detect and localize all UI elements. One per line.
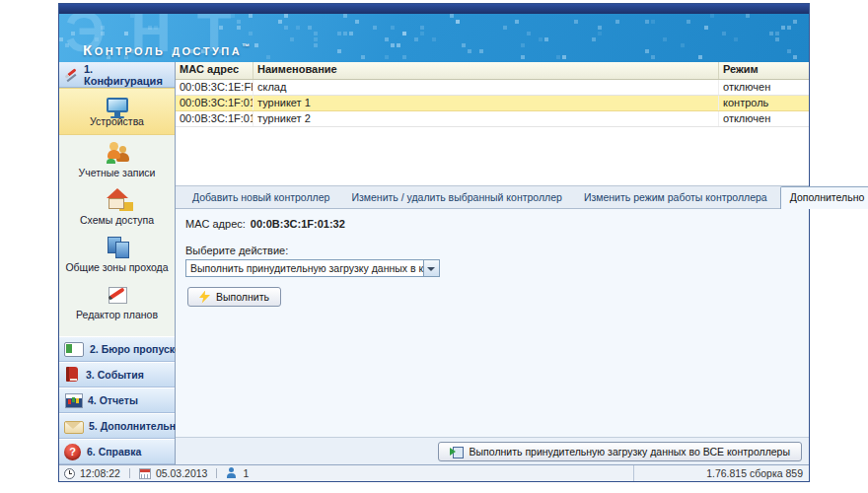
- chart-icon: [64, 392, 82, 408]
- sidebar-item-label: Схемы доступа: [80, 214, 154, 226]
- name-cell: турникет 1: [253, 96, 719, 110]
- sidebar-section-help[interactable]: 6. Справка: [59, 439, 175, 464]
- sidebar-section-events[interactable]: 3. События: [59, 362, 175, 387]
- sidebar-item-label: Общие зоны прохода: [65, 261, 168, 273]
- name-cell: турникет 2: [253, 111, 719, 126]
- mode-cell: контроль: [719, 96, 809, 110]
- mode-cell: отключен: [719, 80, 809, 95]
- chevron-down-icon[interactable]: [423, 260, 439, 276]
- tab-additional[interactable]: Дополнительно: [780, 186, 868, 209]
- tab-edit-delete-controller[interactable]: Изменить / удалить выбранный контроллер: [342, 187, 570, 208]
- clock-icon: [64, 468, 75, 479]
- mac-address-line: MAC адрес:00:0B:3C:1F:01:32: [185, 218, 809, 230]
- sidebar-section-reports[interactable]: 4. Отчеты: [59, 387, 175, 413]
- sidebar-section-label: 1. Конфигурация: [84, 63, 171, 87]
- tab-panel-additional: MAC адрес:00:0B:3C:1F:01:32 Выберите дей…: [176, 209, 809, 464]
- tab-bar: Добавить новый контроллер Изменить / уда…: [176, 186, 809, 209]
- app-title: Контроль доступа™: [83, 41, 250, 58]
- mac-cell: 00:0B:3C:1F:01:1A: [176, 111, 253, 126]
- monitor-icon: [107, 98, 128, 112]
- sidebar-section-configuration[interactable]: 1. Конфигурация: [59, 62, 175, 88]
- execute-button[interactable]: Выполнить: [187, 287, 281, 307]
- mac-address-label: MAC адрес:: [185, 218, 246, 230]
- sidebar-section-label: 3. События: [86, 369, 144, 381]
- column-header-mode[interactable]: Режим: [719, 62, 809, 79]
- zones-icon: [105, 235, 130, 258]
- sidebar-item-plan-editor[interactable]: Редактор планов: [59, 277, 175, 324]
- status-bar: 12:08:22 05.03.2013 1 1.76.815 сборка 85…: [59, 464, 809, 481]
- table-row[interactable]: 00:0B:3C:1E:FB:F8 склад отключен: [176, 80, 809, 96]
- table-row[interactable]: 00:0B:3C:1F:01:1A турникет 2 отключен: [176, 111, 809, 127]
- action-select-label: Выберите действие:: [185, 245, 809, 256]
- sidebar-section-label: 5. Дополнительно: [89, 420, 182, 432]
- panel-empty-area: [176, 307, 809, 437]
- status-user-count: 1: [243, 467, 249, 479]
- window-body: 1. Конфигурация Устройства Учетные запис…: [59, 62, 809, 464]
- tools-icon: [63, 67, 79, 82]
- envelope-icon: [64, 419, 83, 434]
- sidebar-item-devices[interactable]: Устройства: [59, 88, 175, 135]
- execute-all-button[interactable]: Выполнить принудительную загрузку данных…: [438, 442, 802, 461]
- book-icon: [64, 367, 80, 383]
- status-version: 1.76.815 сборка 859: [633, 465, 809, 481]
- status-separator: [216, 468, 217, 478]
- column-header-name[interactable]: Наименование: [253, 62, 719, 79]
- table-row-selected[interactable]: 00:0B:3C:1F:01:32 турникет 1 контроль: [176, 96, 809, 111]
- sidebar-section-label: 6. Справка: [87, 446, 141, 458]
- status-separator: [129, 468, 130, 478]
- sidebar-section-passes[interactable]: 2. Бюро пропусков: [59, 336, 175, 362]
- mac-cell: 00:0B:3C:1F:01:32: [176, 96, 253, 110]
- name-cell: склад: [253, 80, 719, 95]
- sidebar-collapsed-sections: 2. Бюро пропусков 3. События 4. Отчеты 5…: [59, 336, 175, 464]
- mac-address-value: 00:0B:3C:1F:01:32: [251, 218, 345, 230]
- mac-cell: 00:0B:3C:1E:FB:F8: [176, 80, 253, 95]
- sidebar-item-label: Редактор планов: [76, 309, 158, 320]
- app-window: ЭНТ Контроль доступа™ 1. Конфигурация Ус…: [58, 3, 810, 482]
- calendar-icon: [139, 468, 151, 479]
- operator-icon: [226, 467, 238, 479]
- status-time: 12:08:22: [80, 467, 120, 479]
- badge-icon: [64, 341, 84, 357]
- app-title-text: Контроль доступа: [83, 41, 242, 58]
- status-date: 05.03.2013: [156, 467, 208, 479]
- sidebar-section-label: 2. Бюро пропусков: [90, 343, 187, 355]
- column-header-mac[interactable]: MAC адрес: [176, 62, 253, 79]
- devices-table: MAC адрес Наименование Режим 00:0B:3C:1E…: [176, 62, 809, 186]
- action-select[interactable]: Выполнить принудительную загрузку данных…: [185, 259, 440, 277]
- sidebar-item-label: Учетные записи: [79, 167, 156, 178]
- users-icon: [105, 140, 130, 164]
- main-area: MAC адрес Наименование Режим 00:0B:3C:1E…: [176, 62, 809, 464]
- sidebar-item-common-zones[interactable]: Общие зоны прохода: [59, 230, 175, 277]
- action-select-value: Выполнить принудительную загрузку данных…: [186, 260, 423, 276]
- trademark-symbol: ™: [242, 42, 250, 51]
- load-all-icon: [450, 446, 464, 458]
- sidebar-item-accounts[interactable]: Учетные записи: [59, 135, 175, 182]
- execute-button-label: Выполнить: [216, 291, 269, 303]
- sidebar-item-access-schemes[interactable]: Схемы доступа: [59, 182, 175, 230]
- execute-all-button-label: Выполнить принудительную загрузку данных…: [470, 446, 790, 458]
- lightning-icon: [199, 291, 210, 304]
- table-header-row: MAC адрес Наименование Режим: [176, 62, 809, 80]
- help-icon: [64, 444, 81, 460]
- pencil-page-icon: [105, 282, 130, 306]
- mode-cell: отключен: [719, 111, 809, 126]
- house-lock-icon: [105, 187, 130, 211]
- titlebar: [59, 4, 809, 14]
- sidebar-section-extras[interactable]: 5. Дополнительно: [59, 413, 175, 439]
- tab-add-controller[interactable]: Добавить новый контроллер: [183, 187, 338, 208]
- sidebar-section-label: 4. Отчеты: [88, 394, 138, 406]
- bottom-action-bar: Выполнить принудительную загрузку данных…: [176, 437, 809, 464]
- app-header: ЭНТ Контроль доступа™: [59, 14, 809, 62]
- sidebar-item-list: Устройства Учетные записи Схемы доступа …: [59, 88, 175, 336]
- tab-change-mode[interactable]: Изменить режим работы контроллера: [575, 187, 776, 208]
- sidebar: 1. Конфигурация Устройства Учетные запис…: [59, 62, 176, 464]
- status-left-group: 12:08:22 05.03.2013 1: [59, 467, 633, 479]
